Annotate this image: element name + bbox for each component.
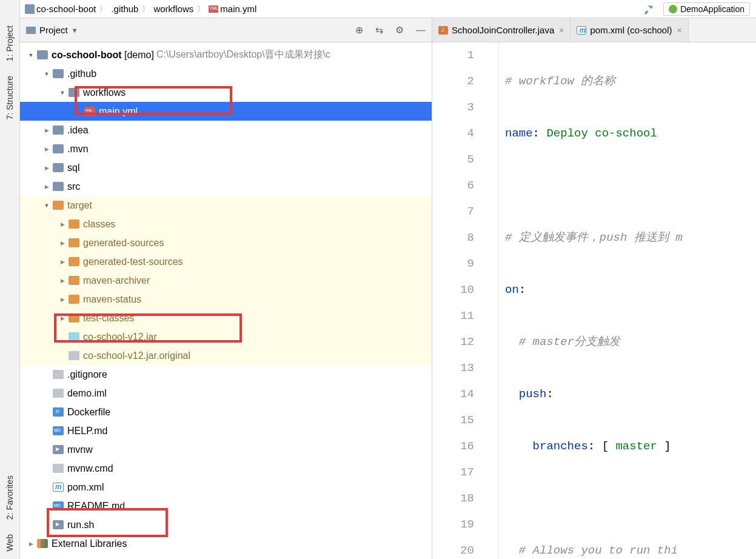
tree-node-readme[interactable]: README.md: [20, 497, 432, 515]
code-token: # Allows you to run thi: [519, 544, 678, 557]
collapse-all-icon[interactable]: ⇆: [375, 24, 383, 36]
expand-arrow-icon[interactable]: [26, 50, 36, 60]
tree-node-workflows[interactable]: workflows: [20, 83, 432, 102]
tree-node-idea[interactable]: .idea: [20, 121, 432, 139]
breadcrumb-sep: 〉: [99, 4, 107, 15]
tree-node-mainyml[interactable]: main.yml: [20, 102, 432, 121]
tree-node-jar[interactable]: co-school-v12.jar: [20, 327, 432, 346]
breadcrumb-item[interactable]: .github: [111, 4, 138, 14]
tree-label: mvnw: [67, 444, 93, 455]
line-number[interactable]: 17: [432, 460, 474, 486]
breadcrumb-item[interactable]: main.yml: [209, 4, 256, 14]
sidebar-tab-project[interactable]: 1: Project: [0, 18, 19, 69]
expand-arrow-icon[interactable]: [58, 313, 67, 323]
project-tool-window: Project ▼ ⊕ ⇆ ⚙ — co-school-boot: [20, 18, 432, 559]
project-panel-header: Project ▼ ⊕ ⇆ ⚙ —: [20, 18, 432, 42]
tree-node-gen-test-sources[interactable]: generated-test-sources: [20, 252, 432, 271]
run-config-selector[interactable]: DemoApplication: [663, 2, 750, 16]
tree-node-mvn[interactable]: .mvn: [20, 139, 432, 158]
close-tab-icon[interactable]: ×: [677, 25, 681, 35]
line-number[interactable]: 16: [432, 433, 474, 460]
expand-arrow-icon[interactable]: [58, 238, 67, 248]
line-number[interactable]: 2: [432, 69, 474, 95]
expand-arrow-icon[interactable]: [58, 88, 67, 98]
tree-node-gen-sources[interactable]: generated-sources: [20, 233, 432, 252]
tree-node-dockerfile[interactable]: Dockerfile: [20, 403, 432, 421]
module-icon: [37, 50, 48, 59]
maven-file-icon: [53, 483, 64, 492]
line-number[interactable]: 6: [432, 173, 474, 199]
line-number[interactable]: 1: [432, 42, 474, 69]
tree-node-pomxml[interactable]: pom.xml: [20, 478, 432, 497]
breadcrumb-item[interactable]: workflows: [153, 4, 193, 14]
line-number[interactable]: 20: [432, 538, 474, 559]
tree-node-target[interactable]: target: [20, 196, 432, 215]
tree-node-helpmd[interactable]: HELP.md: [20, 421, 432, 440]
tree-node-demoiml[interactable]: demo.iml: [20, 384, 432, 403]
expand-arrow-icon[interactable]: [58, 257, 67, 267]
expand-arrow-icon[interactable]: [42, 126, 52, 135]
editor-tab[interactable]: pom.xml (co-school) ×: [570, 18, 688, 42]
tree-node-github[interactable]: .github: [20, 64, 432, 83]
tree-node-root[interactable]: co-school-boot [demo] C:\Users\artboy\De…: [20, 45, 432, 64]
line-number[interactable]: 18: [432, 486, 474, 512]
line-number[interactable]: 4: [432, 121, 474, 147]
line-number[interactable]: 13: [432, 355, 474, 381]
sidebar-tab-web[interactable]: Web: [0, 527, 19, 559]
expand-arrow-icon[interactable]: [42, 201, 52, 210]
line-number[interactable]: 7: [432, 199, 474, 225]
close-tab-icon[interactable]: ×: [559, 25, 564, 35]
project-tree[interactable]: co-school-boot [demo] C:\Users\artboy\De…: [20, 42, 432, 559]
content-row: Project ▼ ⊕ ⇆ ⚙ — co-school-boot: [20, 18, 756, 559]
settings-gear-icon[interactable]: ⚙: [395, 24, 404, 36]
line-number[interactable]: 5: [432, 147, 474, 173]
expand-arrow-icon[interactable]: [26, 539, 36, 549]
editor-tab[interactable]: SchoolJoinController.java ×: [432, 18, 570, 42]
editor-tabs: SchoolJoinController.java × pom.xml (co-…: [432, 18, 756, 42]
tree-node-sql[interactable]: sql: [20, 158, 432, 177]
sidebar-tab-favorites[interactable]: 2: Favorites: [0, 468, 19, 527]
expand-arrow-icon[interactable]: [58, 295, 67, 304]
excluded-folder-icon: [53, 201, 64, 210]
line-number[interactable]: 12: [432, 329, 474, 355]
tree-node-external-libs[interactable]: External Libraries: [20, 534, 432, 553]
line-number[interactable]: 10: [432, 277, 474, 303]
sidebar-tab-structure[interactable]: 7: Structure: [0, 69, 19, 127]
line-number[interactable]: 19: [432, 512, 474, 538]
line-number[interactable]: 15: [432, 407, 474, 433]
tree-node-mvnwcmd[interactable]: mvnw.cmd: [20, 459, 432, 478]
hide-panel-icon[interactable]: —: [416, 25, 426, 36]
tree-label: maven-status: [83, 294, 141, 305]
line-number[interactable]: 11: [432, 303, 474, 329]
tree-node-maven-status[interactable]: maven-status: [20, 290, 432, 309]
expand-arrow-icon[interactable]: [42, 182, 52, 192]
tree-label: co-school-boot [demo]: [52, 50, 154, 61]
tree-node-gitignore[interactable]: .gitignore: [20, 365, 432, 384]
code-area[interactable]: # workflow 的名称 name: Deploy co-school # …: [499, 42, 756, 559]
breadcrumb-item[interactable]: co-school-boot: [25, 4, 96, 14]
line-number[interactable]: 9: [432, 251, 474, 277]
tree-label: .github: [67, 69, 96, 79]
line-number[interactable]: 3: [432, 95, 474, 121]
expand-arrow-icon[interactable]: [42, 144, 52, 154]
tree-node-classes[interactable]: classes: [20, 215, 432, 233]
tree-node-jar-orig[interactable]: co-school-v12.jar.original: [20, 346, 432, 365]
tree-node-maven-archiver[interactable]: maven-archiver: [20, 271, 432, 290]
line-number[interactable]: 8: [432, 225, 474, 251]
select-opened-file-icon[interactable]: ⊕: [355, 24, 363, 36]
tree-label: .idea: [67, 125, 89, 136]
expand-arrow-icon[interactable]: [58, 276, 67, 286]
expand-arrow-icon[interactable]: [42, 69, 52, 79]
expand-arrow-icon[interactable]: [58, 219, 67, 229]
tree-node-mvnw[interactable]: mvnw: [20, 440, 432, 459]
code-token: # workflow 的名称: [505, 75, 615, 88]
tree-node-runsh[interactable]: run.sh: [20, 515, 432, 534]
expand-arrow-icon[interactable]: [42, 163, 52, 173]
tree-node-src[interactable]: src: [20, 177, 432, 196]
build-icon[interactable]: [644, 4, 655, 15]
line-number[interactable]: 14: [432, 381, 474, 407]
project-view-selector[interactable]: Project ▼: [26, 25, 78, 35]
editor-gutter[interactable]: 1 2 3 4 5 6 7 8 9 10 11 12 13 14 15 16 1: [432, 42, 499, 559]
editor-body[interactable]: 1 2 3 4 5 6 7 8 9 10 11 12 13 14 15 16 1: [432, 42, 756, 559]
tree-node-test-classes[interactable]: test-classes: [20, 309, 432, 327]
